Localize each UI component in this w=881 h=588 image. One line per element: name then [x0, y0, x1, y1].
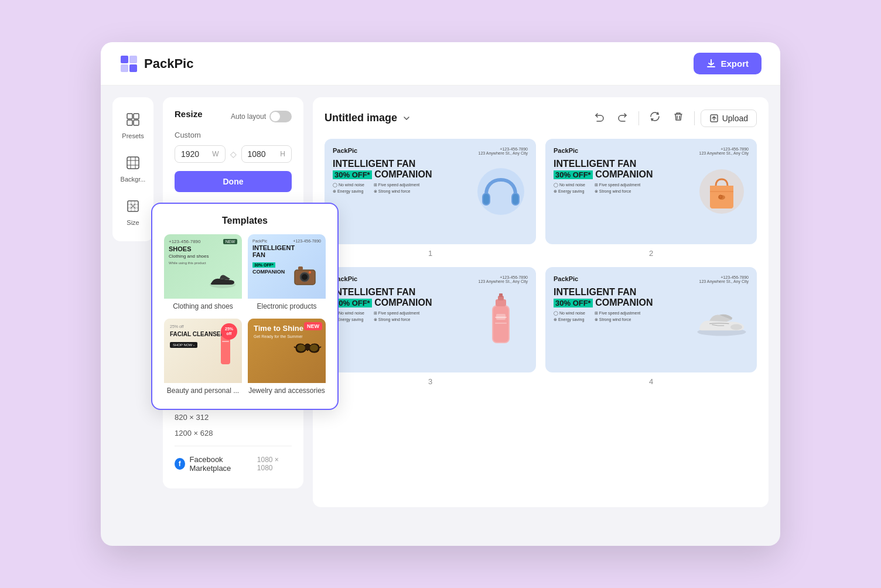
- card-4-image: [692, 290, 751, 349]
- canvas-area: Untitled image: [313, 97, 769, 507]
- product-card-2[interactable]: PackPic +123-456-7890 123 Anywhere St., …: [545, 139, 757, 244]
- width-input[interactable]: [181, 149, 210, 159]
- size-item-9[interactable]: 820 × 312: [175, 409, 292, 425]
- title-chevron-icon[interactable]: [402, 114, 411, 123]
- templates-grid: +123-456-7890 SHOES Clothing and shoes W…: [164, 234, 326, 397]
- card-1-address: 123 Anywhere St., Any City: [479, 151, 528, 155]
- templates-popup: Templates +123-456-7890 SHOES Clothing a…: [151, 203, 339, 410]
- product-card-1[interactable]: PackPic +123-456-7890 123 Anywhere St., …: [325, 139, 536, 244]
- beauty-label: Beauty and personal ...: [164, 387, 242, 397]
- templates-title: Templates: [164, 216, 326, 226]
- main-layout: Presets Backgr... Size Resize Auto layou…: [101, 86, 780, 519]
- beauty-badge: 25%off: [221, 323, 237, 340]
- card-4-companion: COMPANION: [595, 298, 653, 307]
- facebook-label: Facebook Marketplace: [190, 455, 257, 473]
- svg-rect-32: [483, 194, 489, 204]
- clothing-label: Clothing and shoes: [164, 302, 242, 313]
- template-jewelry[interactable]: Time to Shine Get Ready for the Summer: [248, 319, 326, 397]
- feature-3-3: ⊞ Five speed adjustment: [374, 311, 419, 316]
- logo: PackPic: [119, 54, 193, 73]
- svg-rect-0: [121, 56, 128, 63]
- facebook-marketplace-item[interactable]: f Facebook Marketplace 1080 × 1080: [175, 451, 292, 477]
- svg-rect-2: [121, 64, 128, 72]
- header: PackPic Export: [101, 42, 780, 86]
- product-cell-2: PackPic +123-456-7890 123 Anywhere St., …: [545, 139, 757, 258]
- sidebar-item-size[interactable]: Size: [115, 193, 151, 232]
- card-4-headline: INTELLIGENT FAN 30% OFF* COMPANION: [554, 287, 661, 307]
- svg-rect-1: [129, 56, 137, 63]
- feature-col-1: ◯ No wind noise ⊕ Energy saving: [333, 183, 364, 194]
- svg-rect-39: [493, 306, 508, 342]
- auto-layout-label: Auto layout: [231, 112, 266, 121]
- dimension-separator: ◇: [230, 145, 237, 163]
- cell-4-number: 4: [649, 377, 653, 386]
- card-2-phone: +123-456-7890: [699, 147, 749, 151]
- svg-rect-6: [127, 120, 132, 125]
- canvas-title-row: Untitled image: [325, 112, 411, 124]
- svg-point-19: [309, 271, 311, 274]
- feature-col-4: ⊞ Five speed adjustment ⊗ Strong wind fo…: [595, 183, 640, 194]
- template-electronics[interactable]: PackPic +123-456-7890 INTELLIGENT FAN 30…: [248, 234, 326, 313]
- template-beauty[interactable]: 25% off FACIAL CLEANSER SHOP NOW ›: [164, 319, 242, 397]
- width-input-container: W: [175, 145, 226, 163]
- refresh-button[interactable]: [645, 109, 665, 127]
- product-card-4[interactable]: PackPic +123-456-7890 123 Anywhere St., …: [545, 267, 757, 372]
- card-2-companion: COMPANION: [595, 169, 653, 179]
- card-3-phone: +123-456-7890: [479, 275, 528, 279]
- svg-rect-45: [496, 314, 506, 320]
- upload-label: Upload: [722, 114, 748, 123]
- auto-layout-toggle[interactable]: [269, 111, 292, 122]
- sidebar-item-presets[interactable]: Presets: [115, 107, 151, 145]
- svg-point-27: [310, 344, 318, 351]
- export-icon: [706, 59, 716, 69]
- svg-rect-33: [513, 194, 518, 204]
- card-1-companion: COMPANION: [374, 169, 432, 179]
- sidebar-item-background[interactable]: Backgr...: [115, 150, 151, 189]
- canvas-actions: Upload: [589, 109, 757, 127]
- feature-2-4: ⊗ Strong wind force: [595, 189, 640, 194]
- height-input-container: H: [241, 145, 292, 163]
- feature-1-3: ⊞ Five speed adjustment: [374, 183, 419, 187]
- custom-label: Custom: [175, 131, 292, 139]
- svg-line-25: [319, 347, 321, 348]
- card-1-contact: +123-456-7890 123 Anywhere St., Any City: [479, 147, 528, 155]
- undo-icon: [594, 111, 605, 122]
- feature-3-4: ⊗ Strong wind force: [374, 317, 419, 322]
- card-1-headline: INTELLIGENT FAN 30% OFF* COMPANION: [333, 159, 440, 179]
- product-card-3[interactable]: PackPic +123-456-7890 123 Anywhere St., …: [325, 267, 536, 372]
- height-input[interactable]: [248, 149, 278, 159]
- feature-4-3: ⊞ Five speed adjustment: [595, 311, 640, 316]
- svg-rect-44: [495, 323, 507, 324]
- upload-button[interactable]: Upload: [701, 110, 757, 127]
- undo-button[interactable]: [589, 109, 609, 127]
- perfume-svg: [480, 288, 521, 352]
- svg-rect-42: [499, 293, 503, 297]
- feature-1-2: ⊕ Energy saving: [333, 189, 364, 194]
- width-label: W: [212, 150, 218, 158]
- svg-point-47: [730, 324, 742, 330]
- svg-rect-8: [127, 157, 139, 169]
- delete-button[interactable]: [668, 109, 688, 127]
- card-4-contact: +123-456-7890 123 Anywhere St., Any City: [699, 275, 749, 283]
- cell-1-number: 1: [428, 249, 432, 258]
- feature-4-1: ◯ No wind noise: [554, 311, 585, 316]
- redo-button[interactable]: [613, 109, 633, 127]
- card-2-header: PackPic +123-456-7890 123 Anywhere St., …: [554, 147, 749, 155]
- beauty-thumb: 25% off FACIAL CLEANSER SHOP NOW ›: [164, 319, 242, 383]
- template-clothing[interactable]: +123-456-7890 SHOES Clothing and shoes W…: [164, 234, 242, 313]
- jewelry-thumb: Time to Shine Get Ready for the Summer: [248, 319, 326, 383]
- feature-2-3: ⊞ Five speed adjustment: [595, 183, 640, 187]
- feature-col-8: ⊞ Five speed adjustment ⊗ Strong wind fo…: [595, 311, 640, 322]
- action-separator-2: [694, 111, 695, 125]
- feature-1-1: ◯ No wind noise: [333, 183, 364, 187]
- card-2-contact: +123-456-7890 123 Anywhere St., Any City: [699, 147, 749, 155]
- sidebar-presets-label: Presets: [122, 132, 144, 139]
- card-3-contact: +123-456-7890 123 Anywhere St., Any City: [479, 275, 528, 283]
- feature-2-2: ⊕ Energy saving: [554, 189, 585, 194]
- card-1-image: [472, 162, 530, 221]
- feature-col-7: ◯ No wind noise ⊕ Energy saving: [554, 311, 585, 322]
- done-button[interactable]: Done: [175, 171, 292, 192]
- export-button[interactable]: Export: [694, 53, 762, 74]
- size-item-10[interactable]: 1200 × 628: [175, 425, 292, 441]
- svg-rect-3: [129, 64, 137, 72]
